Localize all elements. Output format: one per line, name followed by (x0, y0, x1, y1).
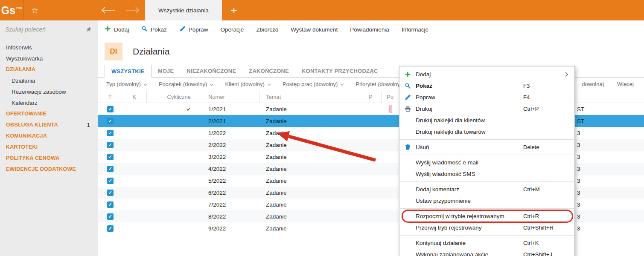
menu-item-kontynuuj-działanie[interactable]: Kontynuuj działanie Ctrl+K (399, 237, 574, 249)
cell-temat: Zadanie (260, 187, 360, 198)
sidebar-item-label: Rezerwacje zasobów (12, 89, 66, 95)
column-header-temat[interactable]: Temat (260, 91, 360, 103)
sidebar-item-obsługa-klienta[interactable]: OBSŁUGA KLIENTA 1 (0, 119, 98, 130)
toolbar-button-zbiorczo[interactable]: Zbiorczo (256, 26, 278, 33)
toolbar-button-label: Zbiorczo (256, 26, 278, 33)
open-tab-label: Wszystkie działania (158, 7, 209, 14)
cell-right-fragment: 3 (577, 201, 580, 208)
menu-item-przerwij-tryb-rejestrowany[interactable]: Przerwij tryb rejestrowany Ctrl+Shift+R (399, 222, 574, 233)
column-header-k[interactable]: K (122, 91, 147, 103)
filter-postęp-prac-dowolny[interactable]: Postęp prac (dowolny) (283, 81, 344, 87)
sidebar-item-komunikacja[interactable]: KOMUNIKACJA (0, 130, 98, 141)
cell-right-fragment: 3 (577, 190, 580, 196)
menu-item-rozpocznij-w-trybie-rejestrowanym[interactable]: Rozpocznij w trybie rejestrowanym Ctrl+R (399, 210, 574, 222)
filter-fragment-text: dowolna) (582, 81, 604, 87)
sidebar-item-polityka-cenowa[interactable]: POLITYKA CENOWA (0, 152, 98, 164)
cell-temat: Zadanie (260, 127, 360, 139)
toolbar-button-dodaj[interactable]: Dodaj (105, 26, 129, 33)
row-checkbox[interactable]: ✓ (107, 130, 114, 136)
menu-item-wyślij-wiadomość-e-mail[interactable]: Wyślij wiadomość e-mail (399, 157, 574, 168)
submenu-arrow-icon (565, 72, 569, 77)
pin-button[interactable] (85, 26, 93, 33)
menu-item-wykonaj-zaplanowaną-akcję[interactable]: Wykonaj zaplanowaną akcję Ctrl+Shift+J (399, 249, 574, 256)
menu-item-ustaw-przypomnienie[interactable]: Ustaw przypomnienie (399, 195, 574, 207)
row-checkbox[interactable]: ✓ (107, 142, 114, 148)
menu-item-shortcut: Delete (523, 144, 569, 150)
sidebar-item-infoserwis[interactable]: Infoserwis (0, 42, 98, 53)
sidebar-item-wyszukiwarka[interactable]: Wyszukiwarka (0, 53, 98, 64)
menu-item-drukuj[interactable]: Drukuj Ctrl+P (399, 103, 574, 115)
menu-separator (400, 155, 574, 155)
column-header-cykliczne[interactable]: Cykliczne (147, 91, 202, 103)
sidebar-item-label: KARTOTEKI (6, 144, 38, 150)
row-checkbox[interactable]: ✓ (107, 201, 114, 208)
back-button[interactable] (101, 7, 115, 14)
chevron-down-icon (340, 81, 344, 87)
toolbar-button-popraw[interactable]: Popraw (179, 26, 208, 33)
priority-marker (389, 105, 392, 113)
tab-niezakończone[interactable]: NIEZAKOŃCZONE (180, 64, 242, 77)
favorites-button[interactable]: ☆ (24, 0, 46, 20)
toolbar-button-powiadomienia[interactable]: Powiadomienia (350, 26, 389, 33)
sidebar-item-kalendarz[interactable]: Kalendarz (0, 97, 98, 108)
filter-początek-dowolny[interactable]: Początek (dowolny) (159, 81, 213, 87)
cell-temat: Zadanie (260, 222, 360, 234)
star-icon: ☆ (31, 6, 38, 14)
row-checkbox[interactable]: ✓ (107, 154, 114, 160)
app-logo-text: Gs (1, 4, 15, 17)
app-logo[interactable]: GsPRO (0, 0, 24, 20)
sidebar-item-ofertowanie[interactable]: OFERTOWANIE (0, 108, 98, 119)
row-checkbox[interactable]: ✓ (107, 213, 114, 220)
toolbar-button-wystaw-dokument[interactable]: Wystaw dokument (291, 26, 338, 33)
more-filters-link[interactable]: Więcej (617, 81, 634, 87)
toolbar-button-operacje[interactable]: Operacje (221, 26, 244, 33)
column-header-numer[interactable]: Numer (202, 91, 260, 103)
filter-klient-dowolny[interactable]: Klient (dowolny) (225, 81, 271, 87)
sidebar-item-kartoteki[interactable]: KARTOTEKI (0, 141, 98, 152)
row-checkbox[interactable]: ✓ (107, 178, 114, 184)
column-header-t[interactable]: T (98, 91, 122, 103)
row-checkbox[interactable]: ✓ (107, 225, 114, 232)
sidebar-item-label: Działania (12, 78, 35, 84)
toolbar-button-pokaż[interactable]: Pokaż (141, 26, 167, 33)
menu-item-usuń[interactable]: Usuń Delete (399, 141, 574, 153)
sidebar-item-działania[interactable]: Działania (0, 75, 98, 86)
sidebar-menu: Infoserwis Wyszukiwarka DZIAŁANIA Działa… (0, 38, 98, 175)
menu-item-drukuj-naklejki-dla-klientów[interactable]: Drukuj naklejki dla klientów (399, 115, 574, 126)
tab-kontakty-przychodząc[interactable]: KONTAKTY PRZYCHODZĄC (295, 64, 384, 77)
forward-arrow-icon (125, 7, 140, 14)
filter-typ-dowolny[interactable]: Typ (dowolny) (106, 81, 147, 87)
toolbar-button-informacje[interactable]: Informacje (402, 26, 428, 33)
menu-item-shortcut: Ctrl+Shift+R (523, 224, 569, 231)
row-checkbox[interactable]: ✓ (107, 190, 114, 196)
menu-item-wyślij-wiadomość-sms[interactable]: Wyślij wiadomość SMS (399, 168, 574, 180)
cell-right-fragment: 3 (577, 154, 580, 160)
command-search-input[interactable] (5, 26, 85, 33)
cell-temat: Zadanie (260, 103, 360, 115)
tab-zakończone[interactable]: ZAKOŃCZONE (242, 64, 295, 77)
sidebar-item-rezerwacje-zasobów[interactable]: Rezerwacje zasobów (0, 86, 98, 97)
sidebar-item-label: DZIAŁANIA (6, 66, 35, 72)
row-checkbox[interactable]: ✓ (107, 106, 114, 112)
menu-item-dodaj-komentarz[interactable]: Dodaj komentarz Ctrl+M (399, 184, 574, 195)
row-checkbox[interactable]: ✓ (107, 118, 114, 124)
toolbar-button-label: Operacje (221, 26, 244, 33)
column-header-p[interactable]: P (360, 91, 382, 103)
open-tab-wszystkie-dzialania[interactable]: Wszystkie działania (145, 0, 222, 20)
menu-item-drukuj-naklejki-dla-towarów[interactable]: Drukuj naklejki dla towarów (399, 126, 574, 138)
forward-button[interactable] (125, 7, 140, 14)
row-checkbox[interactable]: ✓ (107, 166, 114, 172)
sidebar: Infoserwis Wyszukiwarka DZIAŁANIA Działa… (0, 20, 98, 256)
tab-wszystkie[interactable]: WSZYSTKIE (105, 65, 152, 78)
new-tab-button[interactable]: + (222, 0, 246, 20)
menu-item-popraw[interactable]: Popraw F4 (399, 92, 574, 103)
sidebar-item-działania[interactable]: DZIAŁANIA (0, 64, 98, 75)
menu-item-pokaż[interactable]: Pokaż F3 (399, 80, 574, 92)
menu-item-label: Rozpocznij w trybie rejestrowanym (416, 213, 523, 219)
tab-moje[interactable]: MOJE (152, 64, 181, 77)
cell-numer: 6/2022 (202, 187, 260, 198)
menu-item-dodaj[interactable]: Dodaj (399, 69, 574, 80)
sidebar-item-ewidencje-dodatkowe[interactable]: EWIDENCJE DODATKOWE (0, 164, 98, 175)
menu-item-label: Wykonaj zaplanowaną akcję (416, 251, 523, 256)
cell-right-fragment: ST (577, 106, 584, 112)
